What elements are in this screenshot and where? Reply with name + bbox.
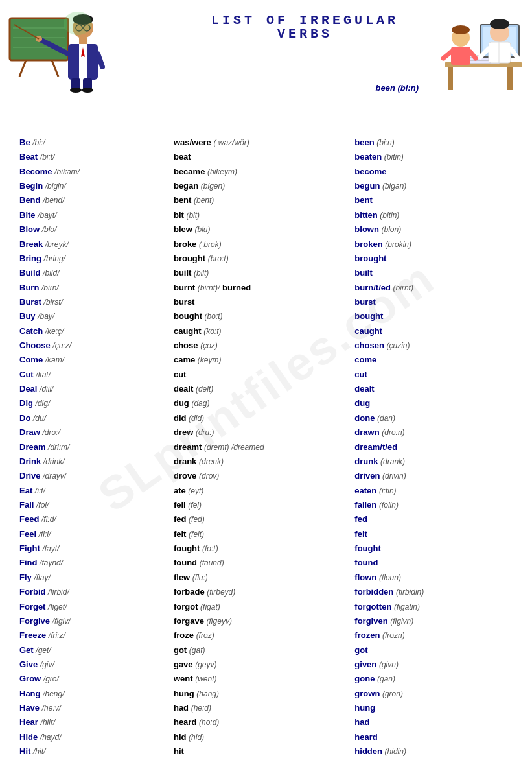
past-phonetic: (did) [189,414,204,423]
base-phonetic: /drayv/ [43,471,66,480]
base-phonetic: /giv/ [40,660,54,669]
base-phonetic: /fi:d/ [41,515,56,524]
pp-verb: grown [354,689,380,698]
base-verb: Fly [19,573,32,582]
list-item: Blow /blo/ [19,222,167,237]
past-verb: burnt [174,283,195,292]
list-item: built (bilt) [174,266,348,280]
base-verb: Blow [19,224,40,234]
past-verb: dug [174,398,189,408]
list-item: cut [174,368,348,382]
list-item: Do /du/ [19,411,167,425]
pp-phonetic: (drivin) [382,471,406,480]
list-item: gave (geyv) [174,657,348,672]
past-verb: dealt [174,384,193,394]
been-note: been (bi:n) [376,83,419,93]
past-phonetic: (drenk) [199,457,224,466]
pp-verb: brought [354,254,386,263]
base-verb: Begin [19,181,43,191]
base-verb: Come [19,355,43,364]
base-phonetic: /kam/ [45,355,64,364]
list-item: burn/t/ed (birnt) [354,281,516,295]
pp-verb: chosen [354,340,384,350]
base-phonetic: /diil/ [40,385,53,394]
list-item: dreamt (dremt) /dreamed [174,440,348,455]
base-phonetic: /bring/ [44,254,65,263]
list-item: been (bi:n) [354,136,516,150]
list-item: brought [354,252,516,266]
past-verb: heard [174,717,196,727]
list-item: Have /he:v/ [19,701,167,715]
past-phonetic: (figat) [200,602,220,611]
base-verb: Catch [19,326,43,336]
list-item: had [354,715,516,729]
base-verb: Give [19,659,38,669]
past-verb: hid [174,732,187,742]
list-item: bought (bo:t) [174,309,348,324]
past-verb: felt [174,529,187,539]
pp-verb: dealt [354,384,374,394]
past-verb: ate [174,486,186,495]
pp-verb: become [354,167,386,176]
list-item: forbade (firbeyd) [174,585,348,599]
base-verb: Draw [19,427,40,437]
list-item: Cut /kat/ [19,368,167,382]
list-item: Bite /bayt/ [19,208,167,222]
list-item: forgave (figeyv) [174,614,348,628]
list-item: Get /get/ [19,643,167,657]
base-verb: Burst [19,297,41,307]
list-item: dug (dag) [174,396,348,410]
pp-verb: eaten [354,486,376,495]
past-verb: came [174,355,195,364]
pp-verb: dug [354,398,370,408]
pp-phonetic: (gron) [382,689,403,698]
list-item: began (bigen) [174,179,348,193]
pp-verb: forbidden [354,587,393,597]
svg-rect-27 [507,67,513,90]
base-phonetic: /drink/ [43,457,65,466]
base-verb: Hang [19,689,41,698]
base-phonetic: /bikam/ [54,167,80,176]
base-phonetic: /gro/ [43,674,59,683]
list-item: went (went) [174,672,348,686]
base-verb: Beat [19,152,38,161]
base-phonetic: /he:v/ [42,704,61,713]
list-item: Eat /i:t/ [19,484,167,498]
past-verb: dreamt [174,442,202,452]
list-item: drank (drenk) [174,455,348,469]
list-item: found (faund) [174,556,348,570]
past-phonetic: (faund) [200,558,224,567]
base-phonetic: /fi:l/ [39,530,51,539]
list-item: came (keym) [174,353,348,367]
past-phonetic: (bo:t) [205,312,223,321]
past-verb: drew [174,427,193,437]
list-item: done (dan) [354,411,516,425]
list-item: Become /bikam/ [19,165,167,179]
pp-verb: burst [354,297,376,307]
list-item: hidden (hidin) [354,744,516,758]
pp-verb: burn/t/ed [354,283,391,292]
base-verb: Choose [19,340,51,350]
base-phonetic: /bend/ [43,196,64,205]
pp-verb: cut [354,370,367,379]
past-verb: burst [174,297,195,307]
past-phonetic: (bilt) [194,268,209,278]
column-base-forms: Be /bi:/Beat /bi:t/Become /bikam/Begin /… [13,136,170,758]
list-item: broken (brokin) [354,237,516,252]
page-title: LIST OF IRREGULAR [91,13,519,28]
list-item: bitten (bitin) [354,208,516,222]
pp-verb: flown [354,573,376,582]
list-item: burst [354,295,516,309]
column-past-participle-forms: been (bi:n)beaten (bitin)becomebegun (bi… [351,136,519,758]
pp-phonetic: (gan) [377,674,395,683]
list-item: froze (froz) [174,628,348,643]
pp-verb: blown [354,224,379,234]
base-verb: Hear [19,717,38,727]
base-verb: Break [19,239,43,249]
list-item: heard (ho:d) [174,715,348,729]
past-phonetic: (bit) [186,211,200,220]
past-verb: blew [174,224,192,234]
past-phonetic: (firbeyd) [207,587,235,597]
list-item: given (givn) [354,657,516,672]
past-phonetic: (ko:t) [203,327,221,336]
